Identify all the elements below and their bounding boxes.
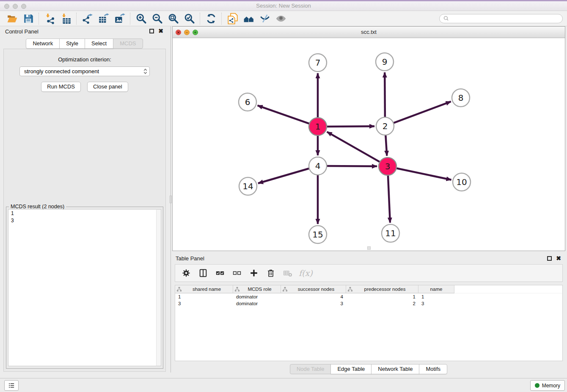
graph-node-7[interactable]: 7 (309, 54, 327, 72)
tab-node-table[interactable]: Node Table (290, 364, 331, 374)
graph-node-15[interactable]: 15 (309, 226, 327, 243)
tab-network[interactable]: Network (26, 39, 60, 49)
cell-successor-nodes[interactable]: 4 (281, 294, 346, 299)
cell-MCDS-role[interactable]: dominator (233, 301, 281, 306)
graph-node-9[interactable]: 9 (376, 53, 394, 71)
close-window-button[interactable] (4, 4, 9, 9)
edge-3-1[interactable] (327, 132, 381, 163)
open-session-button[interactable] (4, 12, 20, 25)
graph-node-2[interactable]: 2 (376, 117, 394, 135)
column-header-MCDS-role[interactable]: MCDS role (233, 285, 281, 293)
table-tabs: Node TableEdge TableNetwork TableMotifs (172, 364, 565, 374)
edge-3-11[interactable] (388, 174, 390, 223)
column-header-shared-name[interactable]: shared name (175, 285, 233, 293)
edge-4-3[interactable] (325, 166, 377, 166)
zoom-fit-button[interactable] (165, 12, 182, 25)
control-panel-close-icon[interactable]: ✖ (158, 28, 163, 34)
optimization-criterion-select[interactable]: strongly connected component (19, 66, 150, 76)
save-session-button[interactable] (20, 12, 36, 25)
refresh-button[interactable] (203, 12, 219, 25)
cell-successor-nodes[interactable]: 3 (281, 301, 346, 306)
cell-name[interactable]: 1 (418, 294, 454, 299)
minimize-window-button[interactable] (13, 4, 18, 9)
memory-button[interactable]: Memory (530, 380, 565, 391)
show-all-button[interactable] (273, 12, 289, 25)
search-field[interactable] (439, 14, 563, 23)
cell-predecessor-nodes[interactable]: 1 (346, 294, 418, 299)
column-header-predecessor-nodes[interactable]: predecessor nodes (346, 285, 418, 293)
cell-predecessor-nodes[interactable]: 2 (346, 301, 418, 306)
network-zoom-button[interactable]: + (193, 30, 198, 35)
cell-name[interactable]: 3 (418, 301, 454, 306)
mcds-result-text[interactable]: 1 3 (8, 209, 156, 366)
divider-grip[interactable] (170, 196, 172, 203)
network-close-button[interactable]: ✕ (176, 30, 181, 35)
export-image-button[interactable] (112, 12, 128, 25)
task-history-button[interactable] (4, 380, 19, 391)
tab-edge-table[interactable]: Edge Table (330, 364, 372, 374)
edge-3-10[interactable] (395, 168, 451, 180)
zoom-out-button[interactable] (149, 12, 165, 25)
table-row-0[interactable]: 1dominator411 (175, 293, 562, 300)
maximize-window-button[interactable] (21, 4, 26, 9)
refresh-icon (206, 13, 217, 24)
graph-node-8[interactable]: 8 (452, 89, 470, 107)
edge-1-6[interactable] (258, 105, 311, 124)
mcds-result-group: MCDS result (2 nodes) 1 3 (6, 207, 163, 369)
graph-node-14[interactable]: 14 (239, 177, 257, 195)
zoom-out-icon (152, 13, 163, 24)
graph-node-4[interactable]: 4 (309, 157, 327, 175)
gear-button[interactable] (180, 267, 192, 279)
close-panel-button[interactable]: Close panel (87, 82, 128, 92)
edge-4-14[interactable] (258, 168, 311, 183)
tab-motifs[interactable]: Motifs (419, 364, 447, 374)
edge-2-3[interactable] (385, 134, 387, 156)
graph-node-1[interactable]: 1 (309, 118, 327, 135)
table-row-1[interactable]: 3dominator323 (175, 300, 562, 307)
cell-MCDS-role[interactable]: dominator (233, 294, 281, 299)
tab-mcds[interactable]: MCDS (113, 39, 143, 49)
delete-table-button[interactable] (282, 267, 294, 279)
control-panel-float-icon[interactable] (149, 29, 154, 33)
import-network-button[interactable] (42, 12, 58, 25)
tab-network-table[interactable]: Network Table (371, 364, 419, 374)
deselect-all-button[interactable] (231, 267, 243, 279)
tab-style[interactable]: Style (59, 39, 85, 49)
columns-panel-button[interactable] (197, 267, 209, 279)
tab-select[interactable]: Select (85, 39, 113, 49)
graph-node-11[interactable]: 11 (382, 224, 399, 242)
first-neighbors-button[interactable] (241, 12, 257, 25)
network-minimize-button[interactable]: − (184, 30, 190, 35)
run-mcds-button[interactable]: Run MCDS (41, 82, 81, 92)
canvas-resize-grip[interactable] (367, 246, 371, 250)
table-panel-close-icon[interactable]: ✖ (556, 255, 561, 262)
graph-node-6[interactable]: 6 (239, 93, 256, 111)
cell-shared-name[interactable]: 1 (175, 294, 233, 299)
network-canvas[interactable]: 7968124314101511 (173, 39, 565, 251)
edge-1-2[interactable] (325, 126, 374, 127)
clone-network-button[interactable] (225, 12, 241, 25)
delete-column-button[interactable] (265, 267, 277, 279)
sort-tree-icon (347, 287, 353, 292)
optimization-criterion-label: Optimization criterion: (4, 56, 165, 63)
search-input[interactable] (451, 16, 559, 22)
import-table-button[interactable] (58, 12, 74, 25)
function-button[interactable]: f(x) (299, 267, 313, 279)
export-table-button[interactable] (96, 12, 112, 25)
add-column-button[interactable] (248, 267, 260, 279)
column-header-name[interactable]: name (418, 285, 454, 293)
graph-node-10[interactable]: 10 (453, 173, 471, 191)
zoom-in-button[interactable] (133, 12, 149, 25)
mcds-result-scrollbar[interactable] (156, 209, 161, 366)
panel-divider[interactable] (170, 26, 172, 373)
cell-shared-name[interactable]: 3 (175, 301, 233, 306)
column-header-successor-nodes[interactable]: successor nodes (281, 285, 346, 293)
edge-2-9[interactable] (385, 72, 385, 119)
hide-selected-button[interactable] (257, 12, 273, 25)
graph-node-3[interactable]: 3 (379, 157, 396, 175)
export-network-button[interactable] (80, 12, 96, 25)
zoom-selected-button[interactable] (182, 12, 198, 25)
table-panel-float-icon[interactable] (547, 256, 552, 261)
select-all-button[interactable] (214, 267, 226, 279)
edge-2-8[interactable] (392, 102, 451, 124)
